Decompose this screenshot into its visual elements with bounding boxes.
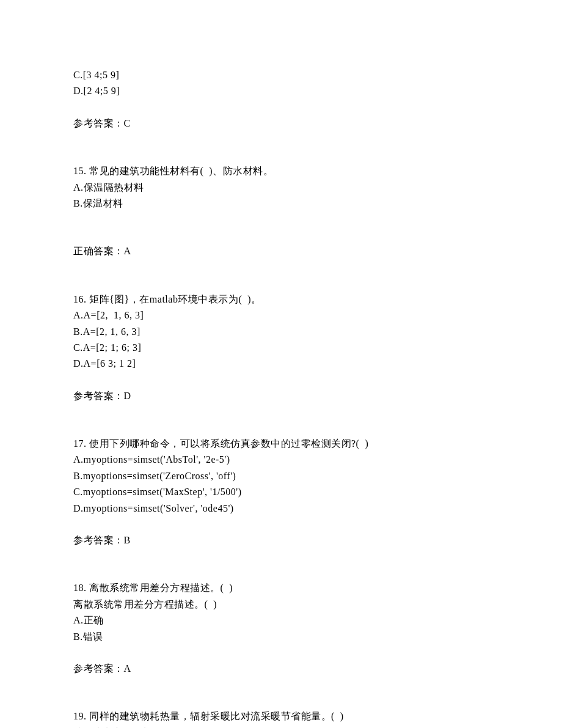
q15-option-b: B.保温材料 — [73, 196, 489, 211]
q14-option-d: D.[2 4;5 9] — [73, 83, 489, 99]
question-15: 15. 常见的建筑功能性材料有( )、防水材料。 A.保温隔热材料 B.保温材料… — [73, 163, 489, 260]
spacer — [73, 260, 489, 276]
q19-note: 此题为判断题(对，错)。 — [73, 725, 489, 728]
q17-answer: 参考答案：B — [73, 532, 489, 548]
spacer — [73, 131, 489, 147]
q16-option-d: D.A=[6 3; 1 2] — [73, 356, 489, 372]
q14-answer: 参考答案：C — [73, 116, 489, 131]
question-16: 16. 矩阵{图}，在matlab环境中表示为( )。 A.A=[2, 1, 6… — [73, 292, 489, 404]
q17-option-d: D.myoptions=simset('Solver', 'ode45') — [73, 501, 489, 517]
q16-option-a: A.A=[2, 1, 6, 3] — [73, 307, 489, 323]
spacer — [73, 517, 489, 532]
q16-option-b: B.A=[2, 1, 6, 3] — [73, 324, 489, 340]
spacer — [73, 548, 489, 564]
q18-option-b: B.错误 — [73, 629, 489, 645]
q15-option-a: A.保温隔热材料 — [73, 180, 489, 196]
q15-stem: 15. 常见的建筑功能性材料有( )、防水材料。 — [73, 163, 489, 179]
q16-stem: 16. 矩阵{图}，在matlab环境中表示为( )。 — [73, 292, 489, 307]
q19-stem: 19. 同样的建筑物耗热量，辐射采暖比对流采暖节省能量。( ) — [73, 708, 489, 724]
q17-option-c: C.myoptions=simset('MaxStep', '1/500') — [73, 484, 489, 500]
spacer — [73, 564, 489, 580]
q17-stem: 17. 使用下列哪种命令，可以将系统仿真参数中的过零检测关闭?( ) — [73, 436, 489, 452]
q18-stem-repeat: 离散系统常用差分方程描述。( ) — [73, 597, 489, 612]
spacer — [73, 693, 489, 708]
q18-stem: 18. 离散系统常用差分方程描述。( ) — [73, 580, 489, 596]
spacer — [73, 404, 489, 420]
spacer — [73, 372, 489, 388]
question-14-partial: C.[3 4;5 9] D.[2 4;5 9] 参考答案：C — [73, 67, 489, 131]
q14-option-c: C.[3 4;5 9] — [73, 67, 489, 83]
question-19: 19. 同样的建筑物耗热量，辐射采暖比对流采暖节省能量。( ) 此题为判断题(对… — [73, 708, 489, 728]
spacer — [73, 227, 489, 243]
spacer — [73, 276, 489, 292]
spacer — [73, 677, 489, 693]
spacer — [73, 645, 489, 661]
q15-answer: 正确答案：A — [73, 243, 489, 259]
spacer — [73, 147, 489, 163]
question-18: 18. 离散系统常用差分方程描述。( ) 离散系统常用差分方程描述。( ) A.… — [73, 580, 489, 677]
spacer — [73, 211, 489, 227]
q17-option-a: A.myoptions=simset('AbsTol', '2e-5') — [73, 452, 489, 468]
spacer — [73, 420, 489, 436]
q18-option-a: A.正确 — [73, 612, 489, 628]
q17-option-b: B.myoptions=simset('ZeroCross', 'off') — [73, 468, 489, 484]
q18-answer: 参考答案：A — [73, 661, 489, 677]
q16-answer: 参考答案：D — [73, 388, 489, 404]
q16-option-c: C.A=[2; 1; 6; 3] — [73, 340, 489, 356]
question-17: 17. 使用下列哪种命令，可以将系统仿真参数中的过零检测关闭?( ) A.myo… — [73, 436, 489, 548]
spacer — [73, 100, 489, 116]
